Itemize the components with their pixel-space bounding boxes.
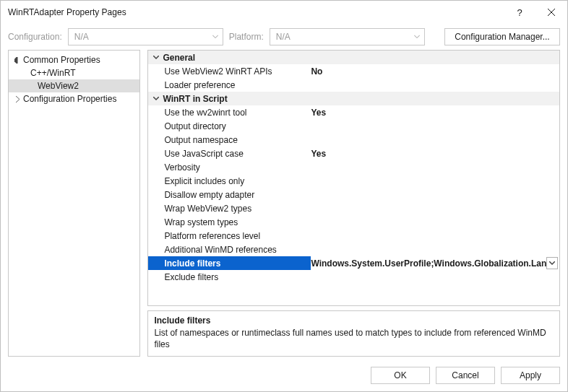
property-row[interactable]: Additional WinMD references: [148, 243, 559, 256]
property-name: Use JavaScript case: [148, 149, 311, 159]
property-row[interactable]: Platform references level: [148, 229, 559, 243]
property-row-include-filters[interactable]: Include filters Windows.System.UserProfi…: [148, 256, 559, 270]
configuration-value: N/A: [74, 32, 89, 42]
property-name: Exclude filters: [148, 272, 311, 282]
dialog-title: WinRTAdapter Property Pages: [8, 7, 126, 17]
dialog-footer: OK Cancel Apply: [1, 361, 567, 391]
property-row[interactable]: Explicit includes only: [148, 174, 559, 188]
platform-value: N/A: [276, 32, 291, 42]
close-button[interactable]: [535, 1, 567, 24]
description-title: Include filters: [154, 315, 554, 326]
category-general[interactable]: General: [148, 51, 559, 64]
property-name: Wrap WebView2 types: [148, 204, 311, 214]
property-name: Additional WinMD references: [148, 245, 311, 255]
category-tree[interactable]: Common Properties C++/WinRT WebView2 Con…: [8, 50, 140, 357]
property-grid[interactable]: General Use WebView2 WinRT APIs No Loade…: [147, 50, 560, 306]
configuration-label: Configuration:: [8, 32, 62, 42]
tree-item-cpp-winrt[interactable]: C++/WinRT: [9, 66, 139, 79]
apply-button[interactable]: Apply: [501, 367, 560, 384]
property-name: Wrap system types: [148, 217, 311, 227]
ok-button[interactable]: OK: [371, 367, 430, 384]
property-row[interactable]: Wrap WebView2 types: [148, 201, 559, 215]
configuration-combo[interactable]: N/A: [68, 28, 223, 45]
property-row[interactable]: Exclude filters: [148, 270, 559, 284]
description-body: List of namespaces or runtimeclass full …: [154, 327, 554, 350]
property-name: Disallow empty adapter: [148, 190, 311, 200]
cancel-button[interactable]: Cancel: [436, 367, 495, 384]
description-pane: Include filters List of namespaces or ru…: [147, 310, 560, 357]
collapse-icon[interactable]: [13, 56, 22, 64]
property-name: Explicit includes only: [148, 176, 311, 186]
property-row[interactable]: Wrap system types: [148, 215, 559, 229]
property-value[interactable]: Yes: [311, 149, 559, 159]
property-name: Use WebView2 WinRT APIs: [148, 66, 311, 77]
category-winrt-in-script[interactable]: WinRT in Script: [148, 92, 559, 105]
right-panel: General Use WebView2 WinRT APIs No Loade…: [147, 50, 560, 357]
property-name: Platform references level: [148, 231, 311, 241]
help-button[interactable]: ?: [504, 1, 535, 24]
property-name: Output namespace: [148, 135, 311, 145]
close-icon: [548, 9, 555, 16]
chevron-down-icon: [549, 261, 555, 265]
property-value-editor[interactable]: Windows.System.UserProfile;Windows.Globa…: [311, 256, 559, 270]
property-row[interactable]: Use JavaScript case Yes: [148, 147, 559, 160]
tree-item-common-properties[interactable]: Common Properties: [9, 53, 139, 66]
property-row[interactable]: Disallow empty adapter: [148, 188, 559, 201]
property-name: Use the wv2winrt tool: [148, 108, 311, 118]
chevron-down-icon: [414, 35, 420, 39]
expand-icon[interactable]: [13, 95, 22, 103]
property-name: Loader preference: [148, 80, 311, 90]
tree-item-webview2[interactable]: WebView2: [9, 79, 139, 92]
platform-combo[interactable]: N/A: [270, 28, 425, 45]
dialog-window: WinRTAdapter Property Pages ? Configurat…: [0, 0, 568, 392]
property-row[interactable]: Loader preference: [148, 78, 559, 92]
title-bar: WinRTAdapter Property Pages ?: [1, 1, 567, 24]
property-row[interactable]: Output namespace: [148, 133, 559, 147]
chevron-down-icon: [212, 35, 218, 39]
property-value[interactable]: No: [311, 66, 559, 77]
content-area: Common Properties C++/WinRT WebView2 Con…: [1, 50, 567, 361]
property-name: Output directory: [148, 121, 311, 131]
configuration-bar: Configuration: N/A Platform: N/A Configu…: [1, 24, 567, 50]
dropdown-button[interactable]: [546, 257, 558, 269]
svg-marker-2: [14, 57, 21, 64]
collapse-icon[interactable]: [150, 53, 163, 62]
property-name: Verbosity: [148, 162, 311, 173]
property-row[interactable]: Use the wv2winrt tool Yes: [148, 105, 559, 119]
property-row[interactable]: Use WebView2 WinRT APIs No: [148, 64, 559, 78]
configuration-manager-button[interactable]: Configuration Manager...: [444, 28, 560, 45]
collapse-icon[interactable]: [150, 95, 163, 103]
tree-item-configuration-properties[interactable]: Configuration Properties: [9, 92, 139, 105]
property-value[interactable]: Yes: [311, 108, 559, 118]
property-row[interactable]: Verbosity: [148, 160, 559, 174]
property-row[interactable]: Output directory: [148, 119, 559, 133]
property-name: Include filters: [148, 258, 311, 269]
platform-label: Platform:: [229, 32, 264, 42]
